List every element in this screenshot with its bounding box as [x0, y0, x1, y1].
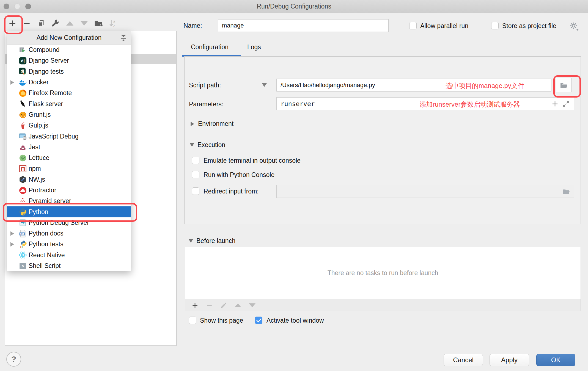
expand-arrow-icon[interactable]	[10, 80, 14, 85]
popup-title: Add New Configuration	[37, 34, 102, 41]
name-label: Name:	[183, 22, 202, 29]
expanded-arrow-icon	[190, 143, 194, 147]
create-folder-button[interactable]	[92, 17, 105, 30]
redirect-input-checkbox[interactable]	[192, 187, 199, 195]
parameters-expand-icon[interactable]	[562, 99, 570, 108]
parameters-annotation: 添加runserver参数启动测试服务器	[419, 100, 520, 109]
environment-section-header[interactable]: Environment	[191, 120, 574, 128]
list-item-django-tests[interactable]: djDjango tests	[7, 66, 131, 77]
list-item-python[interactable]: Python	[7, 206, 131, 217]
edit-defaults-button[interactable]	[49, 17, 62, 30]
npm-icon	[19, 165, 27, 173]
list-item-label: Python tests	[29, 240, 64, 248]
copy-configuration-button[interactable]	[35, 17, 48, 30]
activate-tool-window-label: Activate tool window	[266, 317, 324, 324]
svg-text:dj: dj	[21, 69, 24, 73]
list-item-label: Flask server	[29, 100, 63, 108]
sort-configurations-button[interactable]: az	[106, 17, 119, 30]
collapsed-arrow-icon	[191, 122, 194, 126]
list-item-label: Django Server	[29, 57, 69, 64]
parameters-add-icon[interactable]	[551, 99, 559, 108]
python-tests-icon	[19, 240, 27, 248]
popup-list: CompounddjDjango ServerdjDjango testsDoc…	[7, 45, 131, 271]
run-with-python-console-checkbox[interactable]	[192, 171, 199, 178]
shell-script-icon: >	[19, 262, 27, 270]
parameters-label: Parameters:	[189, 101, 223, 108]
open-folder-icon	[562, 187, 570, 196]
add-icon	[191, 301, 199, 309]
edit-task-button[interactable]	[219, 300, 229, 310]
remove-configuration-button[interactable]	[20, 17, 33, 30]
store-as-project-file-checkbox[interactable]	[491, 22, 499, 29]
emulate-terminal-checkbox[interactable]	[192, 157, 199, 164]
move-up-button[interactable]	[64, 17, 76, 30]
list-item-pyramid-server[interactable]: Pyramid server	[7, 196, 131, 206]
list-item-grunt-js[interactable]: Grunt.js	[7, 109, 131, 120]
list-item-shell-script[interactable]: >Shell Script	[7, 261, 131, 271]
list-item-docker[interactable]: Docker	[7, 77, 131, 88]
list-item-python-docs[interactable]: RSTPython docs	[7, 228, 131, 239]
name-input[interactable]: manage	[218, 19, 389, 32]
remove-task-button[interactable]	[204, 300, 214, 310]
lettuce-icon	[19, 154, 27, 162]
ok-button[interactable]: OK	[536, 354, 575, 366]
apply-button[interactable]: Apply	[490, 354, 529, 366]
move-up-icon	[66, 21, 73, 26]
store-settings-gear-icon[interactable]	[569, 21, 579, 31]
list-item-gulp-js[interactable]: Gulp.js	[7, 120, 131, 131]
cancel-button[interactable]: Cancel	[444, 354, 483, 366]
move-task-down-button[interactable]	[247, 300, 257, 310]
list-item-lettuce[interactable]: Lettuce	[7, 153, 131, 163]
list-item-react-native[interactable]: React Native	[7, 250, 131, 261]
list-item-python-tests[interactable]: Python tests	[7, 239, 131, 250]
list-item-label: React Native	[29, 251, 65, 259]
section-divider	[240, 241, 581, 241]
title-bar: Run/Debug Configurations	[0, 0, 588, 13]
list-item-firefox-remote[interactable]: Firefox Remote	[7, 88, 131, 98]
execution-section-header[interactable]: Execution	[190, 141, 574, 149]
list-item-nw-js[interactable]: NW.js	[7, 174, 131, 185]
move-down-button[interactable]	[78, 17, 90, 30]
django-server-icon: dj	[19, 57, 27, 65]
before-launch-task-list: There are no tasks to run before launch	[185, 247, 581, 311]
tab-logs[interactable]: Logs	[247, 43, 261, 51]
expand-arrow-icon[interactable]	[10, 242, 14, 247]
list-item-compound[interactable]: Compound	[7, 45, 131, 55]
remove-icon	[205, 301, 213, 309]
add-task-button[interactable]	[190, 300, 200, 310]
script-path-dropdown-icon[interactable]	[262, 83, 267, 87]
help-button[interactable]: ?	[6, 352, 21, 367]
popup-header: Add New Configuration	[7, 31, 131, 45]
move-task-up-button[interactable]	[233, 300, 243, 310]
move-down-icon	[81, 21, 88, 26]
before-launch-section-header[interactable]: Before launch	[189, 237, 581, 245]
list-item-npm[interactable]: npm	[7, 163, 131, 174]
list-item-javascript-debug[interactable]: JavaScript Debug	[7, 131, 131, 142]
list-item-protractor[interactable]: Protractor	[7, 185, 131, 196]
show-this-page-checkbox[interactable]	[189, 317, 196, 324]
list-item-label: Gulp.js	[29, 122, 48, 129]
list-item-flask-server[interactable]: Flask server	[7, 98, 131, 109]
list-item-python-debug-server[interactable]: Python Debug Server	[7, 217, 131, 228]
svg-text:dj: dj	[21, 59, 24, 63]
collapse-filter-icon[interactable]	[119, 34, 128, 42]
list-item-label: Shell Script	[29, 262, 61, 270]
docker-icon	[19, 78, 27, 87]
list-item-django-server[interactable]: djDjango Server	[7, 55, 131, 66]
question-mark-icon: ?	[11, 355, 16, 364]
add-configuration-button[interactable]	[6, 17, 19, 30]
script-path-browse-button[interactable]	[556, 78, 571, 92]
compound-icon	[19, 46, 27, 54]
activate-tool-window-checkbox[interactable]	[255, 317, 262, 324]
script-path-annotation: 选中项目的manage.py文件	[446, 81, 524, 90]
name-value: manage	[222, 22, 244, 29]
list-item-label: Jest	[29, 143, 40, 151]
allow-parallel-run-checkbox[interactable]	[409, 22, 417, 29]
tab-configuration[interactable]: Configuration	[191, 43, 229, 51]
remove-icon	[22, 19, 31, 28]
show-this-page-label: Show this page	[200, 317, 243, 324]
redirect-input-field[interactable]	[276, 185, 574, 198]
expand-arrow-icon[interactable]	[10, 231, 14, 236]
python-docs-icon: RST	[19, 229, 27, 238]
list-item-jest[interactable]: Jest	[7, 142, 131, 153]
